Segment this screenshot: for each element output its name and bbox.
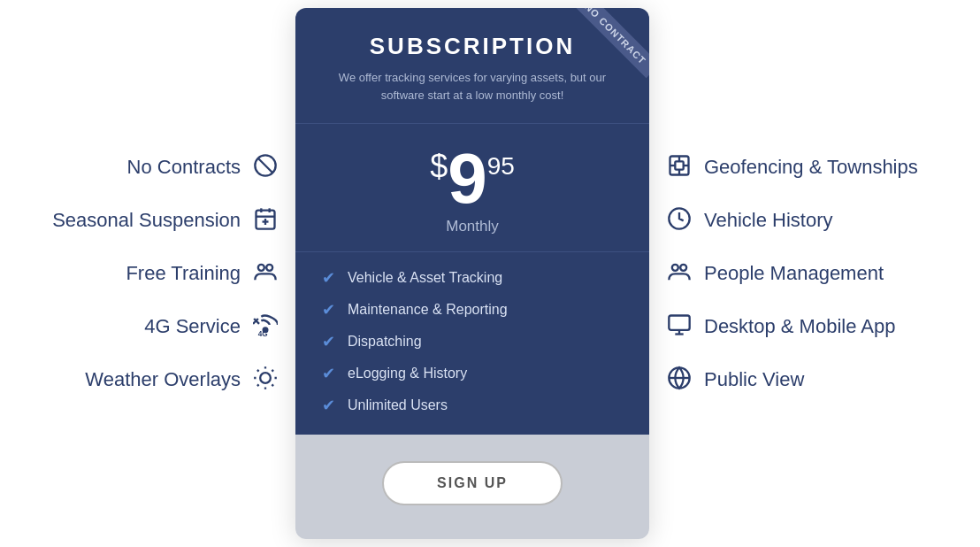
geofencing-icon: [667, 153, 692, 181]
feature-seasonal-suspension: Seasonal Suspension: [52, 206, 278, 235]
card-feature-3: ✔ Dispatching: [322, 332, 623, 351]
svg-point-9: [266, 265, 272, 271]
svg-point-12: [260, 373, 271, 383]
weather-overlays-label: Weather Overlays: [85, 368, 241, 391]
svg-text:4G: 4G: [258, 330, 268, 337]
no-contracts-icon: [253, 153, 278, 181]
weather-icon: [253, 366, 278, 394]
svg-rect-22: [669, 316, 689, 330]
check-icon-3: ✔: [322, 332, 335, 351]
4g-service-label: 4G Service: [144, 315, 241, 338]
free-training-label: Free Training: [126, 262, 241, 285]
feature-vehicle-history: Vehicle History: [667, 206, 833, 235]
ribbon-text: NO CONTRACT: [571, 8, 649, 78]
subscription-card: NO CONTRACT SUBSCRIPTION We offer tracki…: [295, 8, 649, 539]
check-icon-5: ✔: [322, 396, 335, 415]
desktop-icon: [667, 312, 692, 341]
feature-weather-overlays: Weather Overlays: [85, 366, 278, 394]
feature-desktop-mobile: Desktop & Mobile App: [667, 312, 895, 341]
card-feature-label-2: Maintenance & Reporting: [348, 302, 508, 318]
check-icon-2: ✔: [322, 300, 335, 320]
card-feature-label-1: Vehicle & Asset Tracking: [348, 270, 502, 286]
page-wrapper: No Contracts Seasonal Suspension: [0, 0, 980, 547]
public-icon: [667, 366, 692, 394]
card-price: $ 9 95 Monthly: [295, 123, 649, 251]
svg-point-8: [258, 265, 264, 271]
card-feature-label-3: Dispatching: [348, 334, 422, 350]
ribbon: NO CONTRACT: [561, 8, 649, 96]
price-cents: 95: [487, 154, 515, 179]
left-features: No Contracts Seasonal Suspension: [12, 153, 295, 394]
people-icon: [667, 259, 692, 288]
no-contracts-label: No Contracts: [127, 156, 241, 179]
card-feature-2: ✔ Maintenance & Reporting: [322, 300, 623, 320]
card-feature-label-4: eLogging & History: [348, 366, 467, 381]
feature-4g-service: 4G Service 4G: [144, 312, 278, 341]
feature-people-management: People Management: [667, 259, 884, 288]
card-features-list: ✔ Vehicle & Asset Tracking ✔ Maintenance…: [295, 251, 649, 435]
card-feature-4: ✔ eLogging & History: [322, 364, 623, 383]
feature-public-view: Public View: [667, 366, 804, 394]
card-feature-label-5: Unlimited Users: [348, 397, 448, 413]
seasonal-suspension-label: Seasonal Suspension: [52, 209, 241, 232]
price-main: 9: [448, 143, 487, 214]
price-period: Monthly: [322, 218, 623, 235]
card-feature-1: ✔ Vehicle & Asset Tracking: [322, 268, 623, 288]
people-management-label: People Management: [704, 262, 884, 285]
check-icon-1: ✔: [322, 268, 335, 288]
price-display: $ 9 95: [322, 143, 623, 214]
feature-geofencing: Geofencing & Townships: [667, 153, 918, 181]
seasonal-icon: [253, 206, 278, 235]
signup-button[interactable]: SIGN UP: [382, 461, 563, 505]
4g-icon: 4G: [253, 312, 278, 341]
price-dollar: $: [430, 150, 448, 182]
history-icon: [667, 206, 692, 235]
feature-free-training: Free Training: [126, 259, 278, 288]
right-features: Geofencing & Townships Vehicle History P…: [649, 153, 968, 394]
svg-point-20: [672, 265, 678, 271]
vehicle-history-label: Vehicle History: [704, 209, 833, 232]
svg-point-21: [680, 265, 686, 271]
desktop-mobile-label: Desktop & Mobile App: [704, 315, 895, 338]
geofencing-label: Geofencing & Townships: [704, 156, 918, 179]
public-view-label: Public View: [704, 368, 804, 391]
svg-line-1: [258, 158, 272, 173]
feature-no-contracts: No Contracts: [127, 153, 278, 181]
card-footer: SIGN UP: [295, 435, 649, 539]
check-icon-4: ✔: [322, 364, 335, 383]
card-feature-5: ✔ Unlimited Users: [322, 396, 623, 415]
svg-rect-14: [675, 161, 683, 169]
training-icon: [253, 259, 278, 288]
